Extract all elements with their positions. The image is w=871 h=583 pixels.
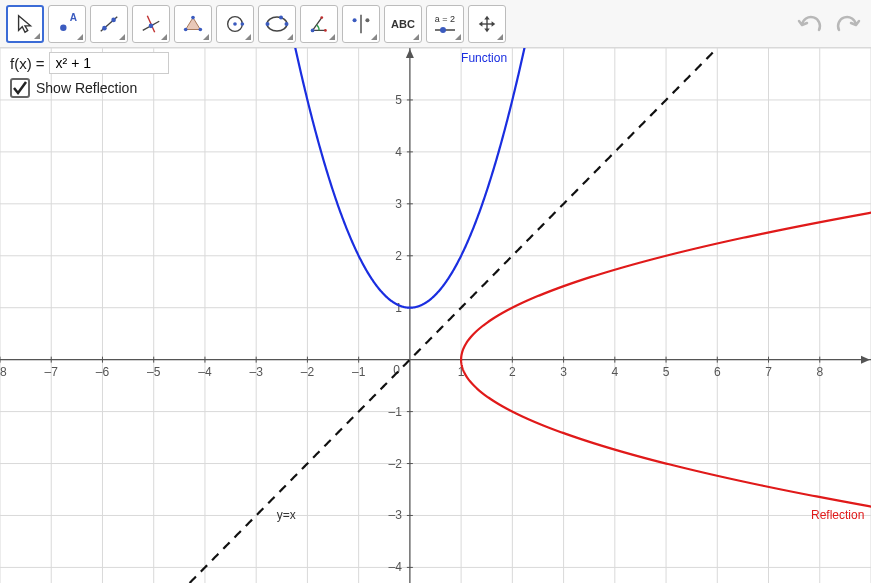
svg-point-16	[266, 22, 270, 26]
circle-center-tool[interactable]	[216, 5, 254, 43]
function-input[interactable]	[49, 52, 169, 74]
svg-text:3: 3	[395, 197, 402, 211]
identity-line-label: y=x	[277, 508, 296, 522]
reflect-icon	[350, 13, 372, 35]
slider-icon: a = 2	[433, 14, 457, 34]
svg-point-10	[199, 27, 203, 31]
svg-text:8: 8	[816, 365, 823, 379]
controls-panel: f(x) = Show Reflection	[10, 52, 169, 98]
line-icon	[98, 13, 120, 35]
text-tool[interactable]: ABC	[384, 5, 422, 43]
svg-text:2: 2	[395, 249, 402, 263]
move-tool[interactable]	[6, 5, 44, 43]
svg-point-23	[353, 18, 357, 22]
svg-point-14	[241, 22, 245, 26]
svg-text:5: 5	[395, 93, 402, 107]
graph-area[interactable]: –8–7–6–5–4–3–2–1012345678–4–3–2–112345Fu…	[0, 48, 871, 583]
ellipse-icon	[265, 12, 289, 36]
svg-text:–8: –8	[0, 365, 7, 379]
move-view-icon	[476, 13, 498, 35]
circle-3pt-tool[interactable]	[258, 5, 296, 43]
show-reflection-checkbox[interactable]	[10, 78, 30, 98]
svg-point-21	[320, 16, 323, 19]
graph-canvas: –8–7–6–5–4–3–2–1012345678–4–3–2–112345Fu…	[0, 48, 871, 583]
svg-point-17	[285, 22, 289, 26]
cursor-icon	[14, 13, 36, 35]
slider-tool[interactable]: a = 2	[426, 5, 464, 43]
undo-button[interactable]	[795, 8, 827, 40]
redo-icon	[833, 13, 861, 35]
svg-text:3: 3	[560, 365, 567, 379]
perpendicular-icon	[140, 13, 162, 35]
svg-point-15	[267, 17, 287, 31]
svg-text:–4: –4	[198, 365, 212, 379]
point-tool[interactable]: A	[48, 5, 86, 43]
svg-text:4: 4	[611, 365, 618, 379]
circle-center-icon	[224, 13, 246, 35]
svg-text:–1: –1	[389, 405, 403, 419]
line-tool[interactable]	[90, 5, 128, 43]
svg-point-20	[324, 29, 327, 32]
svg-point-19	[311, 28, 315, 32]
svg-text:–2: –2	[301, 365, 315, 379]
toolbar-right	[795, 0, 863, 48]
perpendicular-tool[interactable]	[132, 5, 170, 43]
redo-button[interactable]	[831, 8, 863, 40]
svg-point-7	[149, 23, 154, 28]
svg-point-18	[279, 15, 283, 19]
svg-text:–3: –3	[249, 365, 263, 379]
reflection-curve-label: Reflection	[811, 508, 864, 522]
angle-tool[interactable]	[300, 5, 338, 43]
svg-text:–4: –4	[389, 560, 403, 574]
polygon-tool[interactable]	[174, 5, 212, 43]
svg-text:–5: –5	[147, 365, 161, 379]
svg-point-24	[365, 18, 369, 22]
svg-text:–7: –7	[45, 365, 59, 379]
polygon-icon	[182, 13, 204, 35]
svg-text:5: 5	[663, 365, 670, 379]
function-input-row: f(x) =	[10, 52, 169, 74]
svg-text:2: 2	[509, 365, 516, 379]
svg-point-26	[440, 27, 446, 33]
function-prefix-label: f(x) =	[10, 55, 45, 72]
toolbar: A	[0, 0, 871, 48]
point-icon: A	[56, 13, 78, 35]
svg-text:7: 7	[765, 365, 772, 379]
svg-text:A: A	[70, 13, 78, 23]
svg-text:–6: –6	[96, 365, 110, 379]
svg-point-9	[191, 15, 195, 19]
function-curve-label: Function	[461, 51, 507, 65]
show-reflection-label: Show Reflection	[36, 80, 137, 96]
reflect-tool[interactable]	[342, 5, 380, 43]
svg-text:6: 6	[714, 365, 721, 379]
svg-text:–3: –3	[389, 508, 403, 522]
svg-point-11	[184, 27, 188, 31]
text-icon: ABC	[391, 18, 415, 30]
check-icon	[12, 80, 28, 96]
move-view-tool[interactable]	[468, 5, 506, 43]
svg-point-3	[102, 25, 107, 30]
svg-text:–1: –1	[352, 365, 366, 379]
svg-point-0	[60, 24, 66, 30]
svg-text:–2: –2	[389, 457, 403, 471]
show-reflection-row: Show Reflection	[10, 78, 169, 98]
angle-icon	[308, 13, 330, 35]
svg-point-13	[233, 22, 237, 26]
undo-icon	[797, 13, 825, 35]
svg-point-4	[111, 17, 116, 22]
svg-text:4: 4	[395, 145, 402, 159]
